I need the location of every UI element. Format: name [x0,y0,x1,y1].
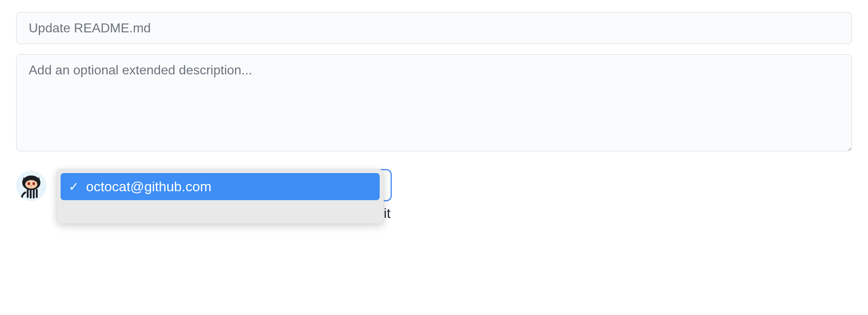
dropdown-panel: ✓ octocat@github.com [57,169,384,224]
author-row: it ✓ octocat@github.com [16,169,852,224]
svg-point-5 [31,185,32,186]
avatar [16,171,46,201]
commit-summary-input[interactable] [16,12,852,44]
svg-rect-7 [30,189,32,199]
svg-point-2 [25,180,38,188]
obscured-text-fragment: it [384,205,391,221]
svg-rect-6 [27,189,29,198]
svg-rect-8 [33,189,35,199]
author-email-dropdown[interactable]: it ✓ octocat@github.com [57,169,384,224]
svg-point-4 [33,182,35,186]
svg-point-3 [28,182,30,186]
octocat-icon [16,171,46,201]
svg-rect-9 [36,189,38,198]
dropdown-item-selected[interactable]: ✓ octocat@github.com [61,173,380,200]
dropdown-item-label: octocat@github.com [86,179,211,194]
commit-description-textarea[interactable] [16,54,852,151]
check-icon: ✓ [69,181,79,193]
